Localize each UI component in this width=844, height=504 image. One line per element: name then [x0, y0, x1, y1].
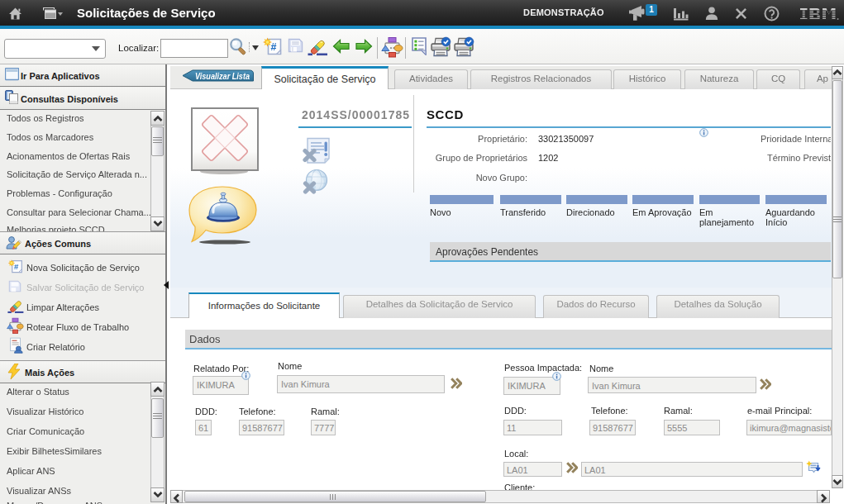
svg-text:Visualizar Lista: Visualizar Lista	[195, 72, 250, 81]
svg-text:#: #	[271, 41, 277, 53]
